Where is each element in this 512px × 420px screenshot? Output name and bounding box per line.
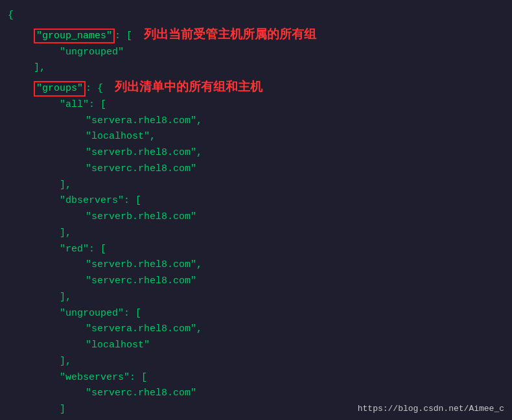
line-close-ungrouped: ], (8, 354, 504, 370)
line-dbservers-key: "dbservers": [ (8, 193, 504, 209)
line-close-all: ], (8, 178, 504, 194)
line-servera: "servera.rhel8.com", (8, 113, 504, 130)
groups-key: "groups" (34, 81, 86, 97)
line-servera-ungrouped: "servera.rhel8.com", (8, 321, 504, 338)
line-close-red: ], (8, 290, 504, 306)
line-serverb-red: "serverb.rhel8.com", (8, 257, 504, 274)
line-ungrouped-value: "ungrouped" (8, 45, 504, 61)
line-webservers-key: "webservers": [ (8, 370, 504, 386)
ungrouped-value: "ungrouped" (60, 45, 124, 61)
open-brace: { (8, 8, 14, 24)
line-serverb-all: "serverb.rhel8.com", (8, 145, 504, 161)
line-close-bracket1: ], (8, 60, 504, 76)
line-close-dbservers: ], (8, 226, 504, 242)
line-serverc-red: "serverc.rhel8.com" (8, 274, 504, 290)
line-ungrouped-key: "ungrouped": [ (8, 306, 504, 322)
code-area: { "group_names" : [ 列出当前受管主机所属的所有组 "ungr… (0, 5, 512, 420)
line-red-key: "red": [ (8, 242, 504, 258)
group-names-key: "group_names" (34, 29, 115, 44)
terminal-window: { "group_names" : [ 列出当前受管主机所属的所有组 "ungr… (0, 0, 512, 420)
watermark: https://blog.csdn.net/Aimee_c (358, 404, 504, 414)
line-localhost: "localhost", (8, 129, 504, 145)
line-serverc-web: "serverc.rhel8.com" (8, 386, 504, 402)
line-group-names: "group_names" : [ 列出当前受管主机所属的所有组 (8, 24, 504, 45)
line-localhost-ungrouped: "localhost" (8, 338, 504, 354)
groups-suffix: : { (86, 81, 103, 97)
line-groups: "groups" : { 列出清单中的所有组和主机 (8, 76, 504, 97)
line-open-brace: { (8, 8, 504, 24)
group-names-suffix: : [ (115, 29, 132, 45)
line-all-key: "all": [ (8, 97, 504, 113)
annotation-group-names: 列出当前受管主机所属的所有组 (144, 24, 316, 44)
annotation-groups: 列出清单中的所有组和主机 (115, 76, 262, 97)
line-serverc-all: "serverc.rhel8.com" (8, 161, 504, 178)
line-serverb-db: "serverb.rhel8.com" (8, 209, 504, 226)
